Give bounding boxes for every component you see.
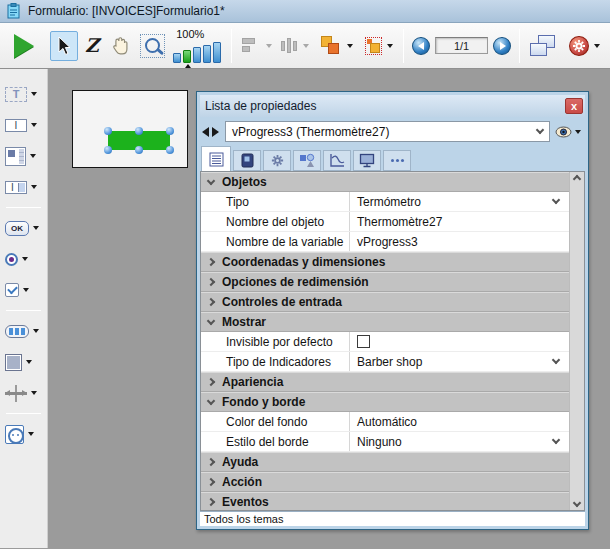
form-canvas[interactable] [72,90,188,168]
property-row-nombre-del-objeto[interactable]: Nombre del objetoThermomètre27 [201,212,569,232]
cascade-windows-button[interactable] [526,31,560,61]
bring-to-front-button[interactable] [317,31,356,61]
radio-control-button[interactable] [0,246,47,272]
tab-settings[interactable] [263,150,291,171]
property-value-cell[interactable]: Thermomètre27 [349,212,569,231]
dropdown-caret-icon[interactable] [28,432,34,436]
selection-handle[interactable] [104,127,112,135]
checkbox-control-button[interactable] [0,277,47,303]
property-value-cell[interactable]: Barber shop [349,352,569,371]
chevron-down-icon[interactable] [536,126,544,134]
pointer-tool-button[interactable] [50,31,78,61]
section-objetos[interactable]: Objetos [201,172,569,192]
run-test-button[interactable] [10,31,38,61]
button-control-button[interactable] [0,215,47,241]
list-control-button[interactable] [0,143,47,169]
selection-handle[interactable] [166,127,174,135]
property-row-tipo[interactable]: TipoTermómetro [201,192,569,212]
dropdown-caret-icon[interactable] [33,329,39,333]
chevron-down-icon[interactable] [552,436,560,444]
control-selector-combobox[interactable]: vProgress3 (Thermomètre27) [225,121,550,142]
property-value-cell[interactable]: Ninguno [349,432,569,451]
selection-options-button[interactable] [361,31,398,61]
tab-style[interactable] [293,150,321,171]
toolbox [0,69,48,548]
selection-handle[interactable] [135,127,143,135]
toolbox-separator [6,413,41,414]
section-controles-de-entrada[interactable]: Controles de entrada [201,292,569,312]
dropdown-caret-icon[interactable] [347,44,353,48]
tab-order-button[interactable]: Z [78,31,106,61]
dropdown-caret-icon[interactable] [30,154,36,158]
pan-button[interactable] [106,31,136,61]
property-value-cell[interactable]: Automático [349,412,569,431]
dropdown-caret-icon[interactable] [594,44,600,48]
page-indicator[interactable]: 1/1 [435,37,488,54]
dropdown-caret-icon[interactable] [23,288,29,292]
scroll-down-icon[interactable] [573,499,581,507]
property-label: Nombre de la variable [201,235,349,249]
dropdown-caret-icon[interactable] [31,123,37,127]
splitter-control-button[interactable] [0,380,47,406]
scrollbar[interactable] [569,172,584,510]
tab-help[interactable] [233,150,261,171]
section-apariencia[interactable]: Apariencia [201,372,569,392]
shape-control-button[interactable] [0,349,47,375]
section-ayuda[interactable]: Ayuda [201,452,569,472]
tab-more[interactable] [383,150,411,171]
edit-control-button[interactable] [0,112,47,138]
section-fondo-y-borde[interactable]: Fondo y borde [201,392,569,412]
dropdown-caret-icon[interactable] [31,185,37,189]
dropdown-caret-icon[interactable] [31,391,37,395]
section-mostrar[interactable]: Mostrar [201,312,569,332]
scroll-up-icon[interactable] [573,175,581,183]
property-row-estilo-del-borde[interactable]: Estilo del bordeNinguno [201,432,569,452]
property-row-nombre-de-la-variable[interactable]: Nombre de la variablevProgress3 [201,232,569,252]
chevron-right-icon [207,498,215,506]
form-design-area[interactable]: Lista de propiedades x vProgress3 (Therm… [48,69,610,548]
ole-control-button[interactable] [0,421,47,447]
previous-page-button[interactable] [412,37,430,55]
chevron-down-icon[interactable] [552,356,560,364]
dropdown-caret-icon[interactable] [26,360,32,364]
dropdown-caret-icon[interactable] [33,226,39,230]
chevron-right-icon [207,278,215,286]
checkbox[interactable] [357,335,370,348]
property-value-cell[interactable]: Termómetro [349,192,569,211]
property-value: Automático [357,415,417,429]
zoom-level-control[interactable]: 100% [173,29,221,63]
section-acci-n[interactable]: Acción [201,472,569,492]
section-coordenadas-y-dimensiones[interactable]: Coordenadas y dimensiones [201,252,569,272]
settings-button[interactable] [565,31,604,61]
align-controls-button [238,31,276,61]
previous-control-icon[interactable] [202,127,209,137]
section-label: Mostrar [222,315,266,329]
dropdown-caret-icon[interactable] [22,257,28,261]
property-value-cell[interactable] [349,332,569,351]
close-button[interactable]: x [565,98,583,114]
static-text-control-button[interactable] [0,81,47,107]
tab-chart[interactable] [323,150,351,171]
property-value-cell[interactable]: vProgress3 [349,232,569,251]
control-selector-row: vProgress3 (Thermomètre27) [200,117,585,146]
next-page-button[interactable] [493,37,511,55]
thermometer-control[interactable] [108,131,170,150]
selection-handle[interactable] [104,146,112,154]
selection-handle[interactable] [135,146,143,154]
section-opciones-de-redimensi-n[interactable]: Opciones de redimensión [201,272,569,292]
combo-control-button[interactable] [0,174,47,200]
dropdown-caret-icon[interactable] [31,92,37,96]
section-eventos[interactable]: Eventos [201,492,569,511]
next-control-icon[interactable] [212,127,219,137]
chevron-down-icon[interactable] [552,196,560,204]
property-row-color-del-fondo[interactable]: Color del fondoAutomático [201,412,569,432]
selection-handle[interactable] [166,146,174,154]
visibility-filter-button[interactable] [553,126,583,138]
zoom-selection-button[interactable] [136,31,170,61]
progressbar-control-button[interactable] [0,318,47,344]
property-row-tipo-de-indicadores[interactable]: Tipo de IndicadoresBarber shop [201,352,569,372]
property-row-invisible-por-defecto[interactable]: Invisible por defecto [201,332,569,352]
tab-details[interactable] [201,146,231,171]
tab-display[interactable] [353,150,381,171]
dropdown-caret-icon[interactable] [387,44,393,48]
